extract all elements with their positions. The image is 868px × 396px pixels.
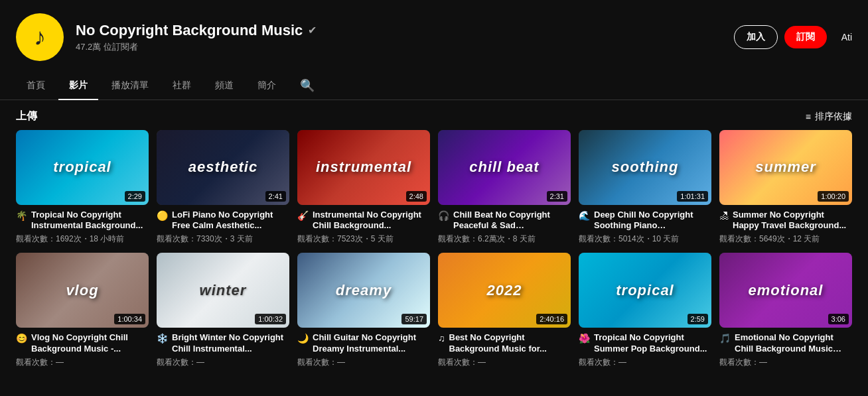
video-title-row: ❄️ Bright Winter No Copyright Chill Inst… — [157, 332, 289, 355]
thumbnail-wrapper: winter 1:00:32 — [157, 253, 289, 328]
video-stats: 觀看次數：1692次・18 小時前 — [16, 233, 149, 245]
thumbnail-word: dreamy — [336, 282, 392, 299]
nav-tabs: 首頁 影片 播放清單 社群 頻道 簡介 🔍 — [0, 72, 868, 100]
duration-badge: 59:17 — [401, 314, 427, 324]
video-card-emotional[interactable]: emotional 3:06 🎵 Emotional No Copyright … — [719, 253, 852, 367]
thumbnail-word: aesthetic — [188, 159, 257, 176]
video-grid-row1: tropical 2:29 🌴 Tropical No Copyright In… — [0, 130, 868, 253]
video-card-aesthetic[interactable]: aesthetic 2:41 🟡 LoFi Piano No Copyright… — [157, 130, 289, 245]
tab-channels[interactable]: 頻道 — [204, 72, 244, 99]
video-emoji: 🎵 — [719, 333, 731, 344]
video-card-instrumental[interactable]: instrumental 2:48 🎸 Instrumental No Copy… — [297, 130, 430, 245]
tab-videos[interactable]: 影片 — [58, 72, 98, 99]
video-card-dreamy[interactable]: dreamy 59:17 🌙 Chill Guitar No Copyright… — [297, 253, 430, 367]
video-emoji: ❄️ — [157, 333, 168, 344]
duration-badge: 2:41 — [265, 191, 286, 202]
avatar-symbol: ♪ — [34, 23, 46, 51]
video-title: Deep Chill No Copyright Soothing Piano B… — [594, 210, 711, 232]
sort-button[interactable]: ≡ 排序依據 — [806, 111, 852, 123]
duration-badge: 1:00:32 — [255, 314, 286, 324]
video-title-row: 🌴 Tropical No Copyright Instrumental Bac… — [16, 210, 149, 232]
video-stats: 觀看次數：5014次・10 天前 — [579, 233, 711, 245]
video-emoji: 🟡 — [157, 210, 168, 221]
channel-avatar: ♪ — [16, 13, 64, 61]
video-stats: 觀看次數：6.2萬次・8 天前 — [438, 233, 571, 245]
video-card-vlog[interactable]: vlog 1:00:34 😊 Vlog No Copyright Chill B… — [16, 253, 149, 367]
duration-badge: 2:40:16 — [536, 314, 567, 324]
duration-badge: 2:31 — [547, 191, 567, 202]
video-card-summer[interactable]: summer 1:00:20 🏖 Summer No Copyright Hap… — [719, 130, 852, 245]
channel-info: No Copyright Background Music ✔ 47.2萬 位訂… — [76, 22, 734, 53]
video-stats: 觀看次數：— — [579, 357, 711, 368]
video-title: Bright Winter No Copyright Chill Instrum… — [172, 332, 289, 355]
join-button[interactable]: 加入 — [734, 25, 778, 49]
video-meta: 🎵 Emotional No Copyright Chill Backgroun… — [719, 332, 852, 368]
video-stats: 觀看次數：— — [157, 357, 289, 368]
tab-playlists[interactable]: 播放清單 — [101, 72, 159, 99]
verified-icon: ✔ — [308, 24, 317, 36]
video-title-row: 🎵 Emotional No Copyright Chill Backgroun… — [719, 332, 852, 355]
header-actions: 加入 訂閱 Ati — [734, 25, 852, 49]
thumbnail-wrapper: 2022 2:40:16 — [438, 253, 571, 328]
video-emoji: 🌊 — [579, 210, 590, 221]
video-meta: 🎸 Instrumental No Copyright Chill Backgr… — [297, 210, 430, 245]
video-card-tropical[interactable]: tropical 2:29 🌴 Tropical No Copyright In… — [16, 130, 149, 245]
user-label: Ati — [841, 32, 852, 42]
video-stats: 觀看次數：— — [16, 357, 149, 368]
video-emoji: 😊 — [16, 333, 27, 344]
duration-badge: 2:48 — [406, 191, 427, 202]
video-title: Vlog No Copyright Chill Background Music… — [31, 332, 149, 355]
video-title-row: 🌺 Tropical No Copyright Summer Pop Backg… — [579, 332, 711, 355]
tab-home[interactable]: 首頁 — [16, 72, 56, 99]
duration-badge: 3:06 — [828, 314, 849, 324]
channel-name-row: No Copyright Background Music ✔ — [76, 22, 734, 39]
sort-label: 排序依據 — [815, 111, 852, 123]
video-meta: 😊 Vlog No Copyright Chill Background Mus… — [16, 332, 149, 368]
video-title: Chill Beat No Copyright Peaceful & Sad B… — [453, 210, 571, 232]
video-card-winter[interactable]: winter 1:00:32 ❄️ Bright Winter No Copyr… — [157, 253, 289, 367]
video-title-row: 🎧 Chill Beat No Copyright Peaceful & Sad… — [438, 210, 571, 232]
video-emoji: 🎸 — [297, 210, 309, 221]
thumbnail-word: tropical — [616, 282, 674, 299]
video-meta: 🏖 Summer No Copyright Happy Travel Backg… — [719, 210, 852, 245]
duration-badge: 1:00:34 — [114, 314, 145, 324]
video-title-row: ♫ Best No Copyright Background Music for… — [438, 332, 571, 355]
thumbnail-word: chill beat — [469, 159, 539, 176]
tab-community[interactable]: 社群 — [162, 72, 202, 99]
video-title-row: 🌙 Chill Guitar No Copyright Dreamy Instr… — [297, 332, 430, 355]
video-stats: 觀看次數：— — [297, 357, 430, 368]
thumbnail-wrapper: dreamy 59:17 — [297, 253, 430, 328]
search-icon[interactable]: 🔍 — [295, 73, 320, 98]
video-meta: 🎧 Chill Beat No Copyright Peaceful & Sad… — [438, 210, 571, 245]
thumbnail-word: instrumental — [316, 159, 411, 176]
channel-subs: 47.2萬 位訂閱者 — [76, 41, 734, 53]
sort-icon: ≡ — [806, 111, 811, 122]
video-title: Summer No Copyright Happy Travel Backgro… — [733, 210, 852, 232]
video-meta: ❄️ Bright Winter No Copyright Chill Inst… — [157, 332, 289, 368]
tab-about[interactable]: 簡介 — [247, 72, 287, 99]
video-card-tropical2[interactable]: tropical 2:59 🌺 Tropical No Copyright Su… — [579, 253, 711, 367]
video-meta: 🌙 Chill Guitar No Copyright Dreamy Instr… — [297, 332, 430, 368]
video-emoji: ♫ — [438, 333, 445, 344]
video-title-row: 😊 Vlog No Copyright Chill Background Mus… — [16, 332, 149, 355]
video-stats: 觀看次數：7330次・3 天前 — [157, 233, 289, 245]
duration-badge: 1:01:31 — [677, 191, 708, 202]
thumbnail-wrapper: emotional 3:06 — [719, 253, 852, 328]
thumbnail-wrapper: tropical 2:29 — [16, 130, 149, 205]
video-stats: 觀看次數：— — [438, 357, 571, 368]
video-meta: ♫ Best No Copyright Background Music for… — [438, 332, 571, 368]
video-emoji: 🌴 — [16, 210, 27, 221]
video-card-2022[interactable]: 2022 2:40:16 ♫ Best No Copyright Backgro… — [438, 253, 571, 367]
thumbnail-word: vlog — [66, 282, 98, 299]
video-title: LoFi Piano No Copyright Free Calm Aesthe… — [172, 210, 289, 232]
video-meta: 🟡 LoFi Piano No Copyright Free Calm Aest… — [157, 210, 289, 245]
thumbnail-word: emotional — [749, 282, 824, 299]
video-card-soothing[interactable]: soothing 1:01:31 🌊 Deep Chill No Copyrig… — [579, 130, 711, 245]
video-card-chillbeat[interactable]: chill beat 2:31 🎧 Chill Beat No Copyrigh… — [438, 130, 571, 245]
section-title: 上傳 — [16, 109, 37, 123]
video-title: Emotional No Copyright Chill Background … — [735, 332, 852, 355]
video-emoji: 🎧 — [438, 210, 449, 221]
duration-badge: 1:00:20 — [818, 191, 849, 202]
subscribe-button[interactable]: 訂閱 — [784, 26, 827, 48]
video-stats: 觀看次數：5649次・12 天前 — [719, 233, 852, 245]
